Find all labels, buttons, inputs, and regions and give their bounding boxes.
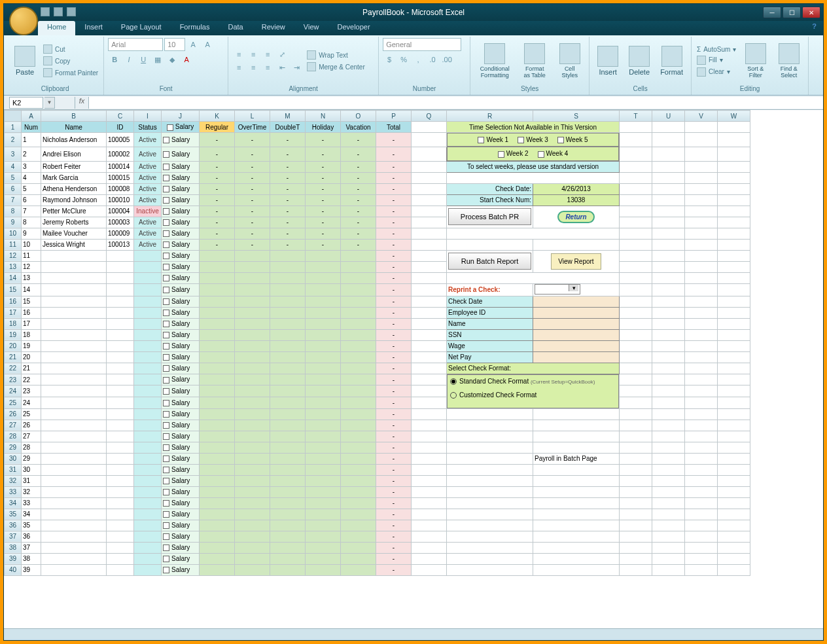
cell-total[interactable]: - (376, 542, 412, 553)
cell-hours[interactable] (200, 250, 235, 261)
cell-hours[interactable] (235, 497, 270, 509)
cell-hours[interactable] (270, 318, 306, 329)
align-right-icon[interactable]: ≡ (261, 62, 274, 73)
cell-hours[interactable]: - (306, 147, 341, 161)
cell-hours[interactable]: - (306, 183, 341, 194)
cell[interactable] (41, 408, 107, 420)
cell-hours[interactable] (306, 553, 341, 564)
cell-hours[interactable] (270, 261, 306, 272)
cell[interactable] (134, 497, 162, 509)
cell-total[interactable]: - (376, 374, 412, 385)
cell[interactable] (41, 385, 107, 397)
redo-icon[interactable] (67, 7, 76, 16)
cell-salary-check[interactable]: Salary (162, 486, 200, 497)
col-header-W[interactable]: W (718, 111, 750, 122)
cell-salary-check[interactable]: Salary (162, 464, 200, 475)
cell-salary-check[interactable]: Salary (162, 453, 200, 464)
cell[interactable] (134, 520, 162, 531)
cell[interactable] (41, 531, 107, 542)
cell-salary-check[interactable]: Salary (162, 329, 200, 340)
cell-hours[interactable] (200, 363, 235, 374)
cell-num[interactable]: 32 (22, 486, 41, 497)
cell[interactable] (134, 385, 162, 397)
cell[interactable] (41, 307, 107, 318)
cell-hours[interactable]: - (235, 206, 270, 217)
col-header-L[interactable]: L (235, 111, 270, 122)
cell[interactable] (107, 318, 134, 329)
align-top-icon[interactable]: ≡ (232, 48, 245, 60)
percent-icon[interactable]: % (397, 54, 410, 65)
cell-hours[interactable] (200, 408, 235, 420)
cell-hours[interactable] (235, 340, 270, 351)
cell-hours[interactable] (235, 250, 270, 261)
format-as-table-button[interactable]: Format as Table (518, 38, 552, 84)
row-header-39[interactable]: 39 (5, 553, 22, 564)
cell[interactable] (107, 408, 134, 420)
cell-hours[interactable] (235, 329, 270, 340)
insert-cells-button[interactable]: Insert (593, 38, 622, 84)
cell-num[interactable]: 30 (22, 464, 41, 475)
cell-salary-check[interactable]: Salary (162, 363, 200, 374)
cell[interactable] (107, 542, 134, 553)
cell[interactable] (107, 340, 134, 351)
cell-hours[interactable]: - (270, 194, 306, 206)
ribbon-tab-home[interactable]: Home (38, 21, 75, 35)
cell-hours[interactable] (270, 464, 306, 475)
cell-hours[interactable] (270, 283, 306, 296)
cell-hours[interactable] (200, 564, 235, 575)
col-header-P[interactable]: P (376, 111, 412, 122)
cell-hours[interactable]: - (341, 183, 376, 194)
cell-hours[interactable] (306, 329, 341, 340)
cell-hours[interactable]: - (270, 161, 306, 172)
cell-hours[interactable] (200, 261, 235, 272)
fill-color-button[interactable]: ◆ (166, 54, 179, 65)
number-format-select[interactable]: General (383, 38, 461, 51)
cell-id[interactable]: 100015 (107, 172, 134, 183)
cell-hours[interactable]: - (270, 239, 306, 250)
cell-hours[interactable]: - (235, 228, 270, 239)
cell[interactable] (41, 475, 107, 486)
cell-num[interactable]: 19 (22, 340, 41, 351)
cell-hours[interactable]: - (270, 228, 306, 239)
cell-total[interactable]: - (376, 161, 412, 172)
cell-salary-check[interactable]: Salary (162, 351, 200, 363)
row-header-5[interactable]: 5 (5, 172, 22, 183)
cell[interactable] (107, 283, 134, 296)
cell-id[interactable]: 100010 (107, 194, 134, 206)
cell[interactable] (107, 464, 134, 475)
office-button[interactable] (9, 7, 38, 35)
select-all-corner[interactable] (5, 111, 22, 122)
cell[interactable] (41, 542, 107, 553)
cell-hours[interactable] (235, 408, 270, 420)
cell-hours[interactable] (270, 272, 306, 283)
cell-salary-check[interactable]: Salary (162, 147, 200, 161)
cell-hours[interactable]: - (341, 228, 376, 239)
cell-hours[interactable] (270, 564, 306, 575)
cell-hours[interactable] (235, 542, 270, 553)
cell-hours[interactable] (200, 283, 235, 296)
cell[interactable] (134, 272, 162, 283)
cell-hours[interactable] (270, 453, 306, 464)
cell-hours[interactable]: - (200, 133, 235, 147)
cell-salary-check[interactable]: Salary (162, 261, 200, 272)
cell[interactable] (134, 340, 162, 351)
cell-hours[interactable]: - (270, 217, 306, 228)
cell-hours[interactable] (306, 296, 341, 307)
cell-hours[interactable] (200, 307, 235, 318)
reprint-field-value[interactable] (533, 351, 620, 363)
cut-button[interactable]: Cut (42, 44, 99, 54)
cell-hours[interactable] (270, 329, 306, 340)
standard-format-radio[interactable]: Standard Check Format (Current Setup=Qui… (450, 378, 616, 385)
cell-hours[interactable]: - (341, 172, 376, 183)
cell[interactable] (41, 397, 107, 409)
cell[interactable] (107, 363, 134, 374)
cell-hours[interactable] (306, 250, 341, 261)
cell-salary-check[interactable]: Salary (162, 250, 200, 261)
cell-salary-check[interactable]: Salary (162, 172, 200, 183)
italic-button[interactable]: I (122, 54, 135, 65)
cell-id[interactable]: 100004 (107, 206, 134, 217)
start-check-num-value[interactable]: 13038 (533, 194, 620, 206)
cell[interactable] (41, 340, 107, 351)
cell-salary-check[interactable]: Salary (162, 553, 200, 564)
inc-decimal-icon[interactable]: .0 (426, 54, 439, 65)
